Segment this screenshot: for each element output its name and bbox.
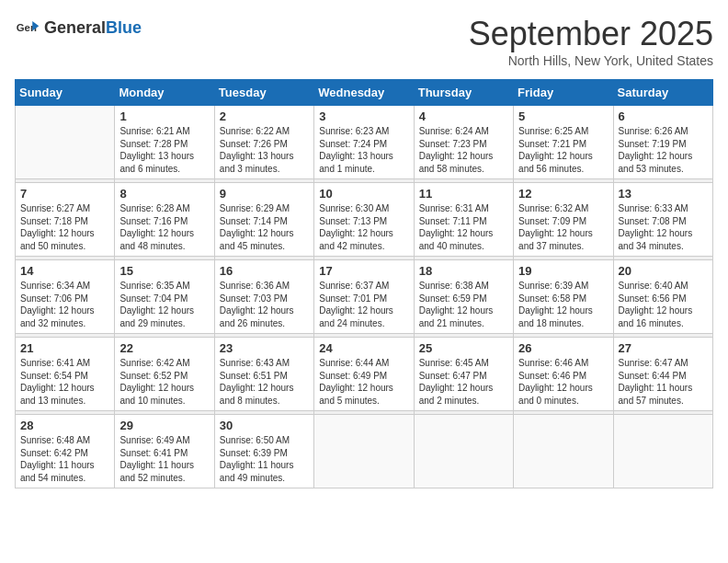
calendar-day-cell: 7Sunrise: 6:27 AMSunset: 7:18 PMDaylight… [16, 183, 115, 257]
logo-icon: Gen [15, 15, 40, 40]
location: North Hills, New York, United States [469, 53, 713, 68]
day-number: 14 [20, 264, 109, 278]
logo: Gen GeneralBlue [15, 15, 142, 40]
day-number: 13 [619, 187, 708, 201]
cell-info: Sunrise: 6:42 AMSunset: 6:52 PMDaylight:… [119, 357, 209, 407]
day-number: 10 [319, 187, 408, 201]
cell-info: Sunrise: 6:25 AMSunset: 7:21 PMDaylight:… [518, 125, 608, 175]
day-number: 15 [119, 264, 209, 278]
cell-info: Sunrise: 6:29 AMSunset: 7:14 PMDaylight:… [220, 202, 309, 252]
day-number: 8 [119, 187, 209, 201]
cell-info: Sunrise: 6:44 AMSunset: 6:49 PMDaylight:… [319, 357, 408, 407]
day-number: 1 [119, 109, 209, 123]
cell-info: Sunrise: 6:33 AMSunset: 7:08 PMDaylight:… [619, 202, 708, 252]
cell-info: Sunrise: 6:37 AMSunset: 7:01 PMDaylight:… [319, 280, 408, 329]
day-number: 19 [518, 264, 608, 278]
calendar-week-row: 14Sunrise: 6:34 AMSunset: 7:06 PMDayligh… [16, 260, 713, 334]
cell-info: Sunrise: 6:47 AMSunset: 6:44 PMDaylight:… [619, 357, 708, 407]
cell-info: Sunrise: 6:39 AMSunset: 6:58 PMDaylight:… [518, 280, 608, 329]
weekday-header: Tuesday [214, 80, 313, 106]
calendar-day-cell: 13Sunrise: 6:33 AMSunset: 7:08 PMDayligh… [613, 183, 712, 257]
day-number: 6 [619, 109, 708, 123]
month-title: September 2025 [469, 15, 713, 53]
calendar-day-cell: 29Sunrise: 6:49 AMSunset: 6:41 PMDayligh… [115, 415, 214, 488]
weekday-header: Thursday [414, 80, 513, 106]
cell-info: Sunrise: 6:26 AMSunset: 7:19 PMDaylight:… [619, 125, 708, 175]
calendar-day-cell [414, 415, 513, 488]
weekday-header: Friday [514, 80, 613, 106]
day-number: 26 [518, 341, 608, 355]
title-area: September 2025 North Hills, New York, Un… [469, 15, 713, 68]
day-number: 22 [119, 341, 209, 355]
cell-info: Sunrise: 6:49 AMSunset: 6:41 PMDaylight:… [119, 434, 209, 484]
cell-info: Sunrise: 6:24 AMSunset: 7:23 PMDaylight:… [419, 125, 508, 175]
calendar-day-cell: 14Sunrise: 6:34 AMSunset: 7:06 PMDayligh… [16, 260, 115, 334]
calendar-day-cell: 24Sunrise: 6:44 AMSunset: 6:49 PMDayligh… [314, 338, 414, 411]
cell-info: Sunrise: 6:32 AMSunset: 7:09 PMDaylight:… [518, 202, 608, 252]
logo-blue: Blue [106, 18, 142, 37]
calendar-day-cell: 25Sunrise: 6:45 AMSunset: 6:47 PMDayligh… [414, 338, 513, 411]
logo-general: General [44, 18, 106, 37]
day-number: 5 [518, 109, 608, 123]
day-number: 27 [619, 341, 708, 355]
calendar-day-cell: 9Sunrise: 6:29 AMSunset: 7:14 PMDaylight… [214, 183, 313, 257]
cell-info: Sunrise: 6:35 AMSunset: 7:04 PMDaylight:… [119, 280, 209, 329]
day-number: 12 [518, 187, 608, 201]
calendar-day-cell [613, 415, 712, 488]
calendar-day-cell: 2Sunrise: 6:22 AMSunset: 7:26 PMDaylight… [214, 106, 313, 179]
weekday-header: Saturday [613, 80, 712, 106]
cell-info: Sunrise: 6:21 AMSunset: 7:28 PMDaylight:… [119, 125, 209, 175]
calendar-day-cell: 17Sunrise: 6:37 AMSunset: 7:01 PMDayligh… [314, 260, 414, 334]
calendar-day-cell [314, 415, 414, 488]
day-number: 29 [119, 419, 209, 432]
calendar-day-cell [16, 106, 115, 179]
cell-info: Sunrise: 6:45 AMSunset: 6:47 PMDaylight:… [419, 357, 508, 407]
day-number: 7 [20, 187, 109, 201]
page-header: Gen GeneralBlue September 2025 North Hil… [15, 15, 713, 68]
calendar-day-cell: 22Sunrise: 6:42 AMSunset: 6:52 PMDayligh… [115, 338, 214, 411]
day-number: 3 [319, 109, 408, 123]
calendar-day-cell: 26Sunrise: 6:46 AMSunset: 6:46 PMDayligh… [514, 338, 613, 411]
day-number: 9 [220, 187, 309, 201]
calendar-day-cell: 20Sunrise: 6:40 AMSunset: 6:56 PMDayligh… [613, 260, 712, 334]
cell-info: Sunrise: 6:48 AMSunset: 6:42 PMDaylight:… [20, 434, 109, 484]
cell-info: Sunrise: 6:38 AMSunset: 6:59 PMDaylight:… [419, 280, 508, 329]
calendar-day-cell: 6Sunrise: 6:26 AMSunset: 7:19 PMDaylight… [613, 106, 712, 179]
calendar-day-cell: 3Sunrise: 6:23 AMSunset: 7:24 PMDaylight… [314, 106, 414, 179]
cell-info: Sunrise: 6:28 AMSunset: 7:16 PMDaylight:… [119, 202, 209, 252]
calendar-day-cell: 27Sunrise: 6:47 AMSunset: 6:44 PMDayligh… [613, 338, 712, 411]
calendar-day-cell: 11Sunrise: 6:31 AMSunset: 7:11 PMDayligh… [414, 183, 513, 257]
cell-info: Sunrise: 6:50 AMSunset: 6:39 PMDaylight:… [220, 434, 309, 484]
calendar-day-cell: 21Sunrise: 6:41 AMSunset: 6:54 PMDayligh… [16, 338, 115, 411]
cell-info: Sunrise: 6:22 AMSunset: 7:26 PMDaylight:… [220, 125, 309, 175]
day-number: 23 [220, 341, 309, 355]
day-number: 11 [419, 187, 508, 201]
day-number: 17 [319, 264, 408, 278]
day-number: 20 [619, 264, 708, 278]
cell-info: Sunrise: 6:41 AMSunset: 6:54 PMDaylight:… [20, 357, 109, 407]
weekday-header: Wednesday [314, 80, 414, 106]
cell-info: Sunrise: 6:31 AMSunset: 7:11 PMDaylight:… [419, 202, 508, 252]
weekday-header: Sunday [16, 80, 115, 106]
calendar-day-cell: 15Sunrise: 6:35 AMSunset: 7:04 PMDayligh… [115, 260, 214, 334]
calendar-week-row: 1Sunrise: 6:21 AMSunset: 7:28 PMDaylight… [16, 106, 713, 179]
calendar-week-row: 28Sunrise: 6:48 AMSunset: 6:42 PMDayligh… [16, 415, 713, 488]
weekday-header: Monday [115, 80, 214, 106]
day-number: 4 [419, 109, 508, 123]
weekday-header-row: SundayMondayTuesdayWednesdayThursdayFrid… [16, 80, 713, 106]
day-number: 24 [319, 341, 408, 355]
calendar-day-cell: 28Sunrise: 6:48 AMSunset: 6:42 PMDayligh… [16, 415, 115, 488]
cell-info: Sunrise: 6:40 AMSunset: 6:56 PMDaylight:… [619, 280, 708, 329]
calendar-day-cell: 1Sunrise: 6:21 AMSunset: 7:28 PMDaylight… [115, 106, 214, 179]
calendar-day-cell: 4Sunrise: 6:24 AMSunset: 7:23 PMDaylight… [414, 106, 513, 179]
day-number: 28 [20, 419, 109, 432]
calendar-day-cell: 23Sunrise: 6:43 AMSunset: 6:51 PMDayligh… [214, 338, 313, 411]
calendar-table: SundayMondayTuesdayWednesdayThursdayFrid… [15, 79, 713, 488]
calendar-day-cell: 16Sunrise: 6:36 AMSunset: 7:03 PMDayligh… [214, 260, 313, 334]
calendar-week-row: 21Sunrise: 6:41 AMSunset: 6:54 PMDayligh… [16, 338, 713, 411]
cell-info: Sunrise: 6:23 AMSunset: 7:24 PMDaylight:… [319, 125, 408, 175]
calendar-week-row: 7Sunrise: 6:27 AMSunset: 7:18 PMDaylight… [16, 183, 713, 257]
calendar-day-cell: 19Sunrise: 6:39 AMSunset: 6:58 PMDayligh… [514, 260, 613, 334]
cell-info: Sunrise: 6:27 AMSunset: 7:18 PMDaylight:… [20, 202, 109, 252]
cell-info: Sunrise: 6:36 AMSunset: 7:03 PMDaylight:… [220, 280, 309, 329]
